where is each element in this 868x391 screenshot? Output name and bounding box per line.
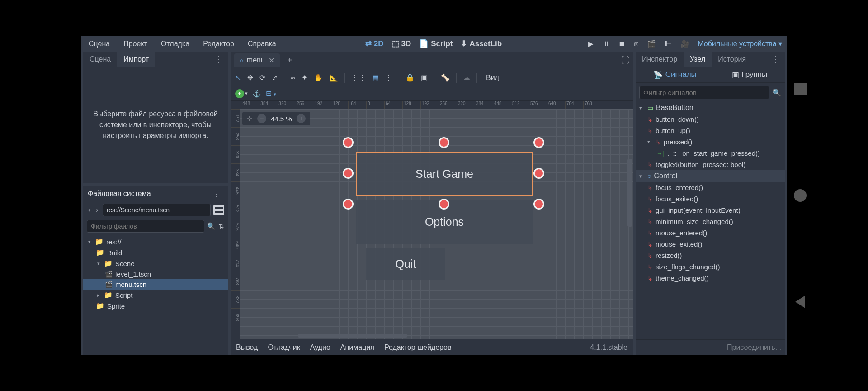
scale-tool-icon[interactable]: ⤢ [272,73,278,82]
fs-sort-icon[interactable]: ⇅ [218,222,224,230]
container-sizing-icon[interactable]: ⊞ ▾ [266,89,276,98]
tab-groups[interactable]: ▣Группы [732,70,768,80]
fs-folder-script[interactable]: ▸📁Script [83,290,228,300]
close-tab-icon[interactable]: ✕ [269,56,274,65]
play-button[interactable]: ▶ [588,40,594,48]
fs-filter-input[interactable] [87,220,204,233]
selection-handle[interactable] [439,137,449,148]
signal-connection[interactable]: →].. :: _on_start_game_pressed() [636,148,785,159]
zoom-in-button[interactable]: + [297,114,306,123]
viewport-scrollbar-h[interactable] [298,334,407,338]
play-custom-button[interactable]: 🎞 [665,40,672,48]
pivot-tool-icon[interactable]: ✦ [302,73,307,82]
viewport[interactable]: -448-384-320-256-192-128-640641281922563… [231,100,633,339]
workspace-assetlib[interactable]: ⬇AssetLib [461,39,502,48]
bottom-tab-debugger[interactable]: Отладчик [268,343,300,352]
bottom-tab-output[interactable]: Вывод [236,343,258,352]
selection-handle[interactable] [533,199,544,210]
signal-size-flags-changed[interactable]: ↳size_flags_changed() [636,261,785,272]
workspace-2d[interactable]: ⇄2D [365,39,384,48]
workspace-3d[interactable]: ⬚3D [392,39,411,48]
search-icon[interactable]: 🔍 [207,222,216,230]
signal-class-basebutton[interactable]: ▾▭BaseButton [636,102,785,114]
signal-button-down[interactable]: ↳button_down() [636,114,785,125]
fs-nav-back[interactable]: ‹ [87,206,92,214]
menu-debug[interactable]: Отладка [158,38,192,50]
zoom-reset-icon[interactable]: ⊹ [247,114,253,123]
snap-toggle-icon[interactable]: ⋮⋮ [351,73,366,82]
fs-nav-forward[interactable]: › [94,206,99,214]
menu-project[interactable]: Проект [121,38,150,50]
android-back-button[interactable] [795,296,805,308]
stop-button[interactable]: ⏹ [618,40,625,48]
zoom-level-label[interactable]: 44.5 % [271,115,292,123]
bottom-tab-animation[interactable]: Анимация [340,343,374,352]
pan-tool-icon[interactable]: ✋ [314,73,323,82]
tab-import[interactable]: Импорт [117,52,155,67]
menu-scene[interactable]: Сцена [86,38,113,50]
add-node-button[interactable]: +▾ [235,89,248,98]
expand-viewport-icon[interactable]: ⛶ [621,56,629,65]
fs-folder-sprite[interactable]: 📁Sprite [83,300,228,311]
view-menu[interactable]: Вид [483,74,502,82]
selection-handle[interactable] [343,199,354,210]
filesystem-menu-icon[interactable]: ⋮ [210,189,223,199]
bottom-tab-audio[interactable]: Аудио [310,343,330,352]
menu-help[interactable]: Справка [245,38,279,50]
signal-min-size-changed[interactable]: ↳minimum_size_changed() [636,216,785,227]
select-tool-icon[interactable]: ↖ [235,73,241,82]
viewport-scrollbar-v[interactable] [627,159,632,227]
tab-signals[interactable]: 📡Сигналы [653,70,697,80]
fs-folder-build[interactable]: 📁Build [83,247,228,258]
button-start-game[interactable]: Start Game [356,152,533,196]
fs-file-level1[interactable]: 🎬level_1.tscn [83,269,228,279]
workspace-script[interactable]: 📄Script [419,39,453,48]
fs-root[interactable]: ▾📁res:// [83,236,228,247]
play-scene-button[interactable]: 🎬 [647,40,656,48]
button-quit[interactable]: Quit [366,248,445,280]
grid-snap-icon[interactable]: ▦ [372,73,379,82]
signal-toggled[interactable]: ↳toggled(button_pressed: bool) [636,159,785,170]
selection-handle[interactable] [533,137,544,148]
signal-focus-exited[interactable]: ↳focus_exited() [636,193,785,205]
export-target-dropdown[interactable]: Мобильные устройства ▾ [698,39,782,48]
bottom-tab-shader[interactable]: Редактор шейдеров [384,343,452,352]
selection-handle[interactable] [439,199,449,210]
signal-mouse-exited[interactable]: ↳mouse_exited() [636,238,785,250]
snap-options-icon[interactable]: ⋮ [385,73,392,82]
tab-node[interactable]: Узел [684,52,712,67]
group-icon[interactable]: ▣ [421,73,428,82]
cloud-icon[interactable]: ☁ [463,73,470,82]
signal-resized[interactable]: ↳resized() [636,250,785,261]
left-top-menu-icon[interactable]: ⋮ [212,54,225,64]
tab-history[interactable]: История [712,52,752,67]
pause-button[interactable]: ⏸ [603,40,609,48]
connect-button[interactable]: Присоединить... [636,339,785,355]
bone-icon[interactable]: 🦴 [441,73,450,82]
canvas-area[interactable]: ⊹ − 44.5 % + Start Game Options Quit [240,109,633,339]
signal-pressed[interactable]: ▾↳pressed() [636,136,785,148]
signal-gui-input[interactable]: ↳gui_input(event: InputEvent) [636,205,785,216]
tab-scene[interactable]: Сцена [83,52,117,67]
menu-editor[interactable]: Редактор [200,38,237,50]
zoom-out-button[interactable]: − [257,114,266,123]
fs-path-input[interactable] [103,204,211,216]
movie-maker-button[interactable]: 🎥 [681,40,689,48]
ruler-tool-icon[interactable]: 📐 [329,73,338,82]
signal-filter-input[interactable] [639,86,769,99]
signal-class-control[interactable]: ▾○Control [636,170,785,182]
android-recent-button[interactable] [794,83,807,95]
run-remote-button[interactable]: ⎚ [634,40,638,48]
scene-tab-menu[interactable]: ○ menu ✕ [234,53,280,67]
add-scene-tab[interactable]: + [284,55,295,66]
android-home-button[interactable] [794,189,807,202]
rotate-tool-icon[interactable]: ⟳ [259,73,265,82]
selection-handle[interactable] [343,168,354,179]
signal-mouse-entered[interactable]: ↳mouse_entered() [636,227,785,238]
signal-focus-entered[interactable]: ↳focus_entered() [636,182,785,193]
fs-folder-scene[interactable]: ▾📁Scene [83,258,228,269]
lock-icon[interactable]: 🔒 [406,73,415,82]
signal-theme-changed[interactable]: ↳theme_changed() [636,272,785,284]
move-tool-icon[interactable]: ✥ [247,73,253,82]
search-icon[interactable]: 🔍 [772,88,781,97]
